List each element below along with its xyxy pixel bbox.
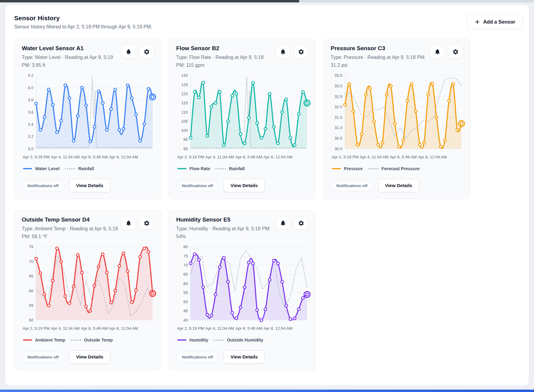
data-point-marker	[360, 133, 363, 135]
data-point-marker	[39, 128, 42, 131]
legend-dotted-swatch	[71, 340, 81, 341]
sensor-card-footer: Notifications offView Details	[331, 179, 463, 192]
y-axis-tick-label: 45	[183, 309, 188, 313]
data-point-marker	[101, 102, 104, 104]
data-point-marker	[39, 272, 42, 275]
data-point-marker	[264, 308, 267, 311]
sensor-card: Outside Temp Sensor D4Type: Ambient Temp…	[14, 210, 161, 371]
y-axis-tick-label: 33.5	[335, 73, 342, 78]
settings-gear-button[interactable]	[139, 45, 154, 58]
notifications-bell-button[interactable]	[121, 216, 136, 230]
data-point-marker	[431, 83, 434, 85]
data-point-marker	[68, 97, 71, 99]
view-details-button[interactable]: View Details	[224, 350, 265, 364]
sensor-card-meta: Type: Humidity · Reading at Apr 9, 5:19 …	[176, 225, 273, 240]
y-axis-tick-label: 55	[29, 303, 34, 308]
notifications-status-badge[interactable]: Notifications off	[331, 180, 373, 191]
data-point-marker	[306, 293, 308, 296]
x-axis-tick-label: Apr 2, 5:19 PM	[23, 155, 50, 159]
sensor-chart-svg: 404550556065707580Apr 2, 5:19 PMApr 4, 1…	[176, 243, 308, 333]
legend-label: Forecast Pressure	[381, 166, 420, 171]
x-axis-tick-label: Apr 2, 5:19 PM	[177, 155, 204, 159]
data-point-marker	[101, 253, 104, 256]
data-point-marker	[43, 293, 46, 296]
sensor-card-footer: Notifications offView Details	[22, 179, 154, 192]
notifications-bell-button[interactable]	[276, 216, 290, 230]
legend-label: Ambient Temp	[35, 338, 65, 342]
data-point-marker	[289, 318, 292, 321]
series-area-fill	[36, 84, 153, 149]
notifications-bell-button[interactable]	[121, 45, 136, 58]
y-axis-tick-label: 65	[29, 274, 34, 279]
data-point-marker	[297, 308, 300, 311]
data-point-marker	[256, 309, 258, 312]
sensor-card-title: Water Level Sensor A1	[22, 45, 118, 52]
data-point-marker	[89, 309, 92, 312]
x-axis-tick-label: Apr 2, 5:19 PM	[332, 155, 358, 159]
data-point-marker	[147, 251, 150, 253]
sensor-card-meta: Type: Flow Rate · Reading at Apr 9, 5:19…	[176, 53, 273, 69]
x-axis-tick-label: Apr 6, 5:49 AM	[235, 326, 262, 331]
data-point-marker	[218, 91, 221, 93]
data-point-marker	[302, 91, 304, 93]
data-point-marker	[456, 129, 459, 131]
data-point-marker	[93, 125, 96, 128]
data-point-marker	[377, 143, 380, 146]
x-axis-tick-label: Apr 8, 12:04 AM	[109, 155, 138, 159]
notifications-bell-button[interactable]	[276, 45, 290, 58]
settings-gear-button[interactable]	[294, 45, 308, 58]
data-point-marker	[218, 266, 221, 268]
bell-icon	[125, 49, 132, 55]
data-point-marker	[118, 128, 121, 131]
x-axis-tick-label: Apr 8, 12:04 AM	[264, 155, 293, 159]
plus-icon	[474, 19, 480, 25]
data-point-marker	[398, 145, 400, 148]
settings-gear-button[interactable]	[294, 216, 308, 230]
y-axis-tick-label: 3.0	[28, 147, 34, 151]
notifications-status-badge[interactable]: Notifications off	[22, 352, 64, 363]
sensor-chart: 9095100105110115120125130Apr 2, 5:19 PMA…	[176, 71, 308, 162]
x-axis-tick-label: Apr 2, 5:19 PM	[177, 326, 204, 331]
bell-icon	[280, 49, 286, 55]
data-point-marker	[352, 110, 355, 112]
page-subtitle: Sensor history filtered to Apr 2, 5:19 P…	[14, 24, 152, 30]
y-axis-tick-label: 50	[29, 318, 34, 322]
data-point-marker	[373, 120, 375, 123]
data-point-marker	[80, 271, 83, 274]
y-axis-tick-label: 40	[183, 318, 188, 322]
y-axis-tick-label: 31.0	[335, 126, 342, 130]
view-details-button[interactable]: View Details	[69, 350, 110, 364]
data-point-marker	[122, 127, 125, 130]
legend-item-secondary: Forecast Pressure	[368, 166, 420, 171]
y-axis-tick-label: 30.0	[335, 147, 342, 151]
data-point-marker	[35, 257, 37, 260]
data-point-marker	[110, 108, 112, 111]
data-point-marker	[268, 92, 271, 95]
x-axis-tick-label: Apr 8, 12:04 AM	[418, 155, 447, 159]
data-point-marker	[264, 127, 267, 130]
data-point-marker	[369, 87, 371, 89]
add-sensor-button[interactable]: Add a Sensor	[467, 15, 523, 29]
data-point-marker	[210, 314, 213, 317]
y-axis-tick-label: 115	[181, 101, 188, 105]
y-axis-tick-label: 33.0	[335, 84, 342, 88]
view-details-button[interactable]: View Details	[69, 179, 110, 192]
sensor-card-title: Pressure Sensor C3	[331, 45, 427, 52]
view-details-button[interactable]: View Details	[378, 179, 419, 192]
data-point-marker	[206, 134, 209, 137]
y-axis-tick-label: 30.5	[335, 136, 342, 141]
legend-label: Pressure	[344, 166, 363, 171]
data-point-marker	[222, 257, 225, 259]
sensor-card-header: Humidity Sensor E5Type: Humidity · Readi…	[176, 216, 308, 240]
data-point-marker	[35, 102, 37, 105]
settings-gear-button[interactable]	[139, 216, 154, 230]
settings-gear-button[interactable]	[448, 45, 463, 58]
sensor-chart: 30.030.531.031.532.032.533.033.5Apr 2, 5…	[331, 71, 463, 162]
notifications-status-badge[interactable]: Notifications off	[176, 352, 219, 363]
notifications-status-badge[interactable]: Notifications off	[22, 180, 64, 191]
notifications-status-badge[interactable]: Notifications off	[176, 180, 219, 191]
data-point-marker	[248, 261, 250, 264]
view-details-button[interactable]: View Details	[224, 179, 265, 192]
notifications-bell-button[interactable]	[430, 45, 445, 58]
data-point-marker	[272, 259, 275, 262]
